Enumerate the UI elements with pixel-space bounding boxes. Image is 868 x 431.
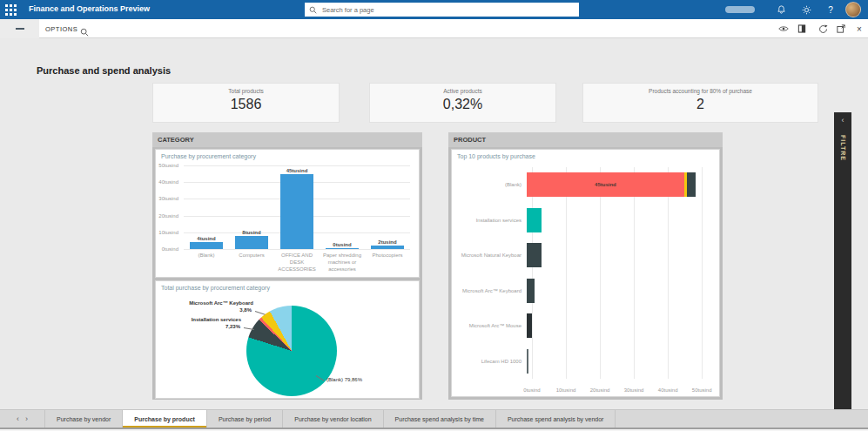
- kpi-value: 1586: [153, 97, 339, 112]
- y-axis-tick: 50tusind: [158, 163, 178, 168]
- bar-segment-value-label: 45tusind: [527, 172, 684, 197]
- bar[interactable]: [235, 236, 268, 249]
- product-category-label: Microsoft Arc™ Keyboard: [457, 288, 527, 293]
- tab-purchase-by-vendor[interactable]: Purchase by vendor: [45, 410, 123, 428]
- bar-track: [527, 243, 709, 267]
- y-axis-tick: 10tusind: [158, 230, 178, 235]
- x-axis-tick: 0tusind: [523, 387, 540, 393]
- product-category-label: Installation services: [457, 218, 527, 223]
- product-category-label: (Blank): [457, 182, 527, 187]
- y-axis-tick: 0tusind: [162, 246, 178, 252]
- bar-value-label: 2tusind: [378, 239, 396, 245]
- pie-leader-line: [255, 311, 266, 315]
- y-axis-tick: 30tusind: [158, 196, 178, 201]
- open-in-office-icon[interactable]: [795, 22, 809, 36]
- product-bar-row: Microsoft Natural Keyboar: [457, 238, 709, 273]
- category-pie-chart-card: Total purchase by procurement category M…: [155, 280, 420, 399]
- bar[interactable]: [326, 248, 359, 249]
- x-axis-label: (Blank): [184, 253, 229, 273]
- bar-segment[interactable]: 45tusind: [527, 172, 684, 197]
- bar-segment[interactable]: [527, 208, 542, 232]
- bar-value-label: 45tusind: [286, 168, 308, 173]
- preview-eye-icon[interactable]: [777, 22, 791, 36]
- bar-track: [527, 313, 709, 338]
- category-bar-body: 50tusind40tusind30tusind20tusind10tusind…: [159, 165, 410, 249]
- kpi-label: Products accounting for 80% of purchase: [583, 88, 818, 94]
- category-bar-chart-card: Purchase by procurement category 50tusin…: [155, 149, 420, 278]
- x-axis-tick: 20tusind: [590, 387, 610, 393]
- bar-segment[interactable]: [527, 349, 528, 374]
- product-category-label: Microsoft Arc™ Mouse: [457, 323, 527, 328]
- product-category-label: Microsoft Natural Keyboar: [457, 253, 527, 258]
- chevron-left-icon[interactable]: ‹: [834, 112, 851, 128]
- bar[interactable]: [190, 242, 223, 249]
- product-bar-body: (Blank)45tusindInstallation servicesMicr…: [457, 167, 709, 393]
- bar-segment[interactable]: [687, 172, 696, 197]
- bar[interactable]: [280, 174, 313, 249]
- gridline: [184, 249, 410, 250]
- hamburger-dash-icon: [16, 28, 24, 30]
- options-menu[interactable]: OPTIONS: [45, 25, 77, 33]
- open-in-new-window-icon[interactable]: [834, 22, 848, 36]
- app-launcher-waffle-icon[interactable]: [5, 3, 17, 16]
- tab-scroll-left-icon[interactable]: ‹: [17, 415, 19, 423]
- tab-scroll-right-icon[interactable]: ›: [25, 415, 28, 423]
- help-icon[interactable]: ?: [824, 3, 838, 17]
- tab-purchase-spend-analysis-by-vendor[interactable]: Purchase spend analysis by vendor: [496, 410, 616, 428]
- category-bar-xlabels: (Blank)ComputersOFFICE AND DESK ACCESSOR…: [184, 253, 410, 273]
- page-search-input[interactable]: [320, 5, 575, 15]
- search-icon: [309, 6, 317, 14]
- bar-track: [527, 349, 709, 374]
- x-axis-tick: 10tusind: [556, 387, 576, 393]
- tenant-name-redacted: [725, 6, 755, 13]
- tab-purchase-by-period[interactable]: Purchase by period: [207, 410, 283, 428]
- refresh-icon[interactable]: [816, 22, 830, 36]
- tab-purchase-by-vendor-location[interactable]: Purchase by vendor location: [283, 410, 383, 428]
- bar-segment[interactable]: [527, 313, 532, 338]
- pie-callout-arc-keyboard-pct: 3,8%: [239, 307, 252, 313]
- notifications-bell-icon[interactable]: [774, 3, 788, 17]
- close-icon[interactable]: ×: [852, 22, 866, 36]
- bar-column: 8tusind: [229, 165, 274, 249]
- category-bar-yaxis: 50tusind40tusind30tusind20tusind10tusind…: [159, 165, 182, 249]
- product-bar-row: Installation services: [457, 203, 709, 239]
- y-axis-tick: 20tusind: [158, 213, 178, 219]
- filter-pane-label: FILTRE: [840, 135, 846, 161]
- product-bar-row: Microsoft Arc™ Keyboard: [457, 273, 709, 309]
- kpi-label: Total products: [153, 88, 339, 94]
- kpi-card-active-products: Active products 0,32%: [369, 83, 556, 123]
- tab-purchase-by-product[interactable]: Purchase by product: [123, 410, 207, 428]
- pie-chart[interactable]: [246, 306, 337, 396]
- pie-callout-installation: Installation services: [192, 317, 241, 322]
- bar[interactable]: [371, 246, 404, 249]
- kpi-value: 2: [583, 97, 818, 112]
- pie-callout-installation-pct: 7,23%: [225, 324, 240, 329]
- settings-gear-icon[interactable]: [799, 3, 813, 17]
- nav-collapse-button[interactable]: [0, 19, 39, 38]
- bar-segment[interactable]: [527, 279, 535, 303]
- product-bar-xaxis: 0tusind10tusind20tusind30tusind40tusind5…: [532, 382, 709, 393]
- bar-value-label: 4tusind: [197, 236, 215, 241]
- category-section-header: CATEGORY: [152, 132, 422, 147]
- kpi-card-total-products: Total products 1586: [152, 83, 340, 123]
- x-axis-tick: 40tusind: [658, 387, 678, 393]
- filter-pane-collapsed[interactable]: ‹ FILTRE: [834, 112, 851, 431]
- product-section: PRODUCT Top 10 products by purchase (Bla…: [448, 132, 723, 400]
- bar-track: 45tusind: [527, 172, 709, 197]
- top-navbar: Finance and Operations Preview ?: [0, 0, 868, 19]
- x-axis-tick: 30tusind: [624, 387, 644, 393]
- page-search-box[interactable]: [305, 3, 579, 17]
- user-avatar[interactable]: [845, 2, 861, 17]
- product-bar-row: (Blank)45tusind: [457, 167, 709, 203]
- bar-column: 4tusind: [184, 165, 229, 249]
- product-bar-chart-card: Top 10 products by purchase (Blank)45tus…: [451, 149, 720, 397]
- x-axis-label: Paper shredding machines or accessories: [320, 253, 365, 273]
- bar-column: 0tusind: [320, 165, 365, 249]
- command-bar: OPTIONS ×: [0, 19, 868, 38]
- bar-segment[interactable]: [527, 243, 542, 267]
- bar-track: [527, 279, 709, 303]
- tab-purchase-spend-analysis-by-time[interactable]: Purchase spend analysis by time: [384, 410, 496, 428]
- report-tab-bar: ‹ › Purchase by vendor Purchase by produ…: [0, 409, 868, 429]
- app-title: Finance and Operations Preview: [29, 4, 150, 13]
- tab-scroll-arrows: ‹ ›: [0, 410, 45, 428]
